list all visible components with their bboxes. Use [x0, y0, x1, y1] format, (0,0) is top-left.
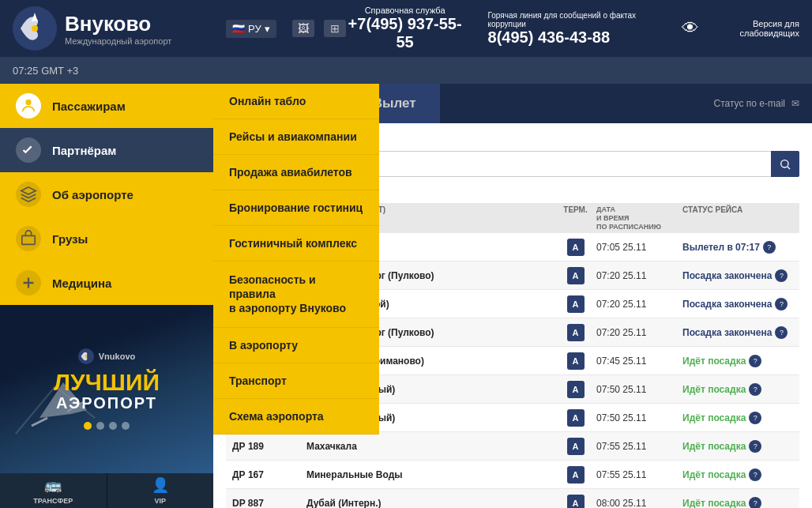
- info-icon[interactable]: ?: [749, 468, 761, 481]
- flight-terminal: А: [558, 267, 593, 284]
- vip-icon: 👤: [152, 476, 169, 494]
- hotline-block: Горячая линия для сообщений о фактах кор…: [488, 11, 658, 47]
- flight-status: Вылетел в 07:17 ?: [682, 241, 793, 254]
- flight-status: Идёт посадка ?: [682, 355, 793, 367]
- sidebar-item-about[interactable]: Об аэропорте: [0, 172, 213, 216]
- email-status-btn[interactable]: Статус по e-mail ✉: [714, 98, 812, 109]
- info-icon[interactable]: ?: [775, 326, 788, 339]
- dropdown-item-6[interactable]: В аэропорту: [213, 328, 379, 363]
- flight-number: DP 887: [232, 498, 303, 508]
- image-icon[interactable]: 🖼: [292, 20, 314, 37]
- flight-time: 07:45 25.11: [596, 356, 679, 367]
- info-icon[interactable]: ?: [749, 440, 761, 453]
- main-area: Пассажирам Партнёрам Об аэропорте Грузы …: [0, 84, 812, 508]
- flight-time: 07:20 25.11: [596, 299, 679, 310]
- cargo-icon: [16, 226, 41, 251]
- flight-number: ДР 189: [232, 441, 303, 452]
- svg-point-6: [781, 160, 788, 167]
- col-status: СТАТУС РЕЙСА: [682, 205, 793, 231]
- current-time: 07:25: [13, 65, 39, 77]
- logo-icon: [13, 6, 57, 51]
- sidebar-label-about: Об аэропорте: [52, 188, 133, 201]
- dropdown-item-2[interactable]: Продажа авиабилетов: [213, 155, 379, 190]
- contact-label: Справочная служба: [346, 6, 464, 15]
- flight-status: Посадка закончена ?: [682, 269, 793, 282]
- info-icon[interactable]: ?: [749, 383, 761, 396]
- col-terminal: ТЕРМ.: [558, 205, 593, 231]
- search-button[interactable]: [771, 151, 799, 177]
- transfer-button[interactable]: 🚌 ТРАНСФЕР: [0, 473, 107, 508]
- svg-point-5: [85, 356, 87, 358]
- flag-icon: 🇷🇺: [232, 23, 245, 35]
- flight-time: 08:00 25.11: [596, 498, 679, 508]
- flight-time: 07:50 25.11: [596, 384, 679, 395]
- eye-icon: 👁: [682, 18, 699, 39]
- flight-time: 07:50 25.11: [596, 412, 679, 423]
- svg-point-1: [32, 25, 38, 32]
- table-row[interactable]: ДР 189 Махачкала А 07:55 25.11 Идёт поса…: [226, 432, 799, 461]
- vision-block[interactable]: 👁 Версия для слабовидящих: [682, 18, 799, 39]
- sidebar-promo: Vnukovo ЛУЧШИЙ АЭРОПОРТ 🚌 ТРАНСФЕР: [0, 305, 213, 508]
- email-status-label: Статус по e-mail: [714, 98, 785, 109]
- dropdown-item-3[interactable]: Бронирование гостиниц: [213, 190, 379, 226]
- vip-button[interactable]: 👤 VIP: [107, 473, 214, 508]
- sidebar-item-cargo[interactable]: Грузы: [0, 216, 213, 261]
- info-icon[interactable]: ?: [749, 355, 761, 367]
- header-right: Справочная служба +7(495) 937-55-55 Горя…: [346, 6, 799, 51]
- flight-time: 07:20 25.11: [596, 327, 679, 338]
- info-icon[interactable]: ?: [749, 497, 761, 508]
- dropdown-item-1[interactable]: Рейсы и авиакомпании: [213, 119, 379, 155]
- grid-icon[interactable]: ⊞: [324, 20, 346, 37]
- sidebar-item-passengers[interactable]: Пассажирам: [0, 84, 213, 128]
- chevron-down-icon: ▾: [265, 23, 270, 35]
- dropdown-item-0[interactable]: Онлайн табло: [213, 84, 379, 119]
- info-icon[interactable]: ?: [775, 298, 788, 310]
- flight-city: Дубай (Интерн.): [306, 498, 554, 508]
- transfer-icon: 🚌: [44, 476, 62, 494]
- flight-city: Минеральные Воды: [306, 469, 554, 480]
- flight-status: Идёт посадка ?: [682, 412, 793, 424]
- logo-area: Внуково Международный аэропорт: [13, 6, 218, 51]
- header: Внуково Международный аэропорт 🇷🇺 РУ ▾ 🖼…: [0, 0, 812, 57]
- info-icon[interactable]: ?: [775, 269, 788, 282]
- lang-label: РУ: [248, 23, 261, 35]
- contact-phone: +7(495) 937-55-55: [346, 15, 464, 51]
- dropdown-item-7[interactable]: Транспорт: [213, 363, 379, 399]
- info-icon[interactable]: ?: [763, 241, 776, 254]
- logo-text: Внуково Международный аэропорт: [65, 12, 171, 46]
- vip-label: VIP: [154, 497, 166, 505]
- table-row[interactable]: DP 887 Дубай (Интерн.) А 08:00 25.11 Идё…: [226, 489, 799, 508]
- flight-terminal: А: [558, 324, 593, 341]
- passengers-icon: [16, 93, 41, 119]
- dot-3: [122, 422, 130, 430]
- dropdown-item-5[interactable]: Безопасность и правилав аэропорту Внуков…: [213, 262, 379, 328]
- flight-terminal: А: [558, 381, 593, 398]
- header-icons: 🖼 ⊞: [292, 20, 346, 37]
- flight-terminal: А: [558, 438, 593, 455]
- promo-logo: Vnukovo: [99, 352, 135, 361]
- sidebar-label-medical: Медицина: [52, 277, 111, 290]
- email-icon: ✉: [791, 98, 799, 109]
- timezone: GMT +3: [41, 65, 78, 77]
- flight-city: Махачкала: [306, 441, 554, 452]
- dropdown-item-8[interactable]: Схема аэропорта: [213, 399, 379, 435]
- logo-name: Внуково: [65, 12, 171, 36]
- flight-time: 07:55 25.11: [596, 469, 679, 480]
- sidebar: Пассажирам Партнёрам Об аэропорте Грузы …: [0, 84, 213, 508]
- flight-number: ДР 167: [232, 469, 303, 480]
- table-row[interactable]: ДР 167 Минеральные Воды А 07:55 25.11 Ид…: [226, 461, 799, 489]
- sidebar-label-passengers: Пассажирам: [52, 100, 126, 113]
- vision-label: Версия для слабовидящих: [704, 19, 799, 38]
- hotline-phone: 8(495) 436-43-88: [488, 28, 658, 47]
- partners-icon: [16, 137, 41, 163]
- info-icon[interactable]: ?: [749, 412, 761, 424]
- logo-sub: Международный аэропорт: [65, 36, 171, 46]
- sidebar-item-medical[interactable]: Медицина: [0, 261, 213, 305]
- dropdown-item-4[interactable]: Гостиничный комплекс: [213, 226, 379, 262]
- medical-icon: [16, 270, 41, 295]
- sidebar-item-partners[interactable]: Партнёрам: [0, 128, 213, 172]
- flight-terminal: А: [558, 239, 593, 256]
- promo-title: ЛУЧШИЙ: [54, 371, 160, 394]
- sidebar-label-cargo: Грузы: [52, 232, 88, 246]
- language-switcher[interactable]: 🇷🇺 РУ ▾: [226, 20, 276, 38]
